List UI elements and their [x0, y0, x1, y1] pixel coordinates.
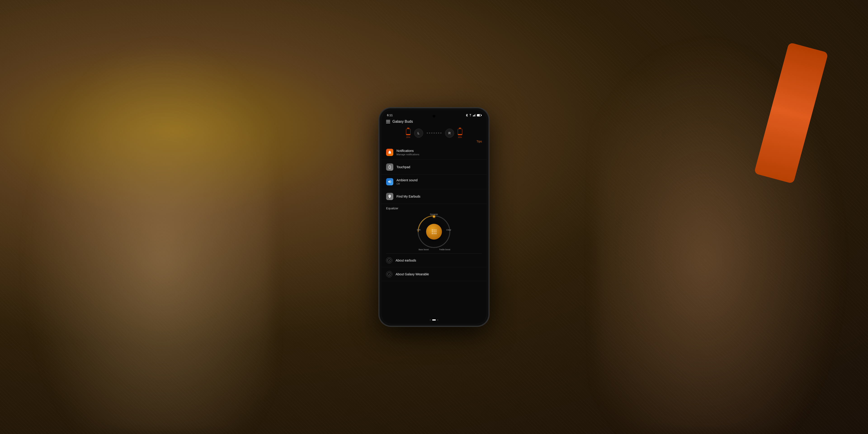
- menu-item-touchpad[interactable]: Touchpad: [381, 160, 487, 175]
- knob-dot-4: [432, 231, 433, 232]
- about-earbuds-title: About earbuds: [396, 258, 416, 262]
- dial-container[interactable]: Dynamic Soft Clear Bass boost Treble boo…: [416, 214, 452, 250]
- nav-dot-active: [432, 319, 436, 320]
- equalizer-title: Equalizer: [386, 207, 482, 210]
- battery-section: 15% L: [381, 125, 487, 139]
- left-battery-bar: [406, 129, 410, 135]
- about-galaxy-text: About Galaxy Wearable: [396, 272, 429, 276]
- find-svg: [388, 194, 392, 198]
- menu-item-ambient-sound[interactable]: Ambient sound Off: [381, 175, 487, 189]
- notifications-icon: [386, 149, 393, 156]
- about-galaxy-title: About Galaxy Wearable: [396, 272, 429, 276]
- dot-1: [427, 132, 428, 133]
- phone: 6:11: [380, 108, 488, 326]
- find-earbuds-icon: [386, 193, 393, 200]
- equalizer-knob[interactable]: [426, 224, 442, 240]
- knob-dot-3: [435, 229, 436, 230]
- label-soft: Soft: [417, 229, 421, 231]
- label-treble-boost: Treble boost: [439, 248, 450, 251]
- knob-dot-1: [432, 229, 433, 230]
- tips-link[interactable]: Tips: [381, 139, 487, 145]
- dot-7: [440, 132, 441, 133]
- menu-item-about-galaxy[interactable]: i About Galaxy Wearable: [381, 268, 487, 281]
- right-battery-fill: [458, 134, 462, 135]
- dot-5: [436, 132, 437, 133]
- nav-dot-1: [430, 319, 431, 320]
- touchpad-icon: [386, 163, 393, 170]
- menu-item-find-earbuds[interactable]: Find My Earbuds: [381, 189, 487, 204]
- hamburger-line-2: [386, 121, 390, 122]
- right-bud-label: R: [448, 131, 451, 135]
- svg-text:i: i: [389, 259, 390, 262]
- right-bud-circle: R: [445, 129, 454, 138]
- about-galaxy-icon: i: [386, 271, 393, 277]
- right-battery-bar: [458, 129, 462, 135]
- about-galaxy-circle: i: [386, 271, 392, 277]
- notifications-title: Notifications: [397, 149, 419, 153]
- dot-6: [438, 132, 439, 133]
- menu-item-about-earbuds[interactable]: i About earbuds: [381, 254, 487, 268]
- ambient-sound-title: Ambient sound: [397, 178, 417, 182]
- knob-dot-2: [434, 229, 435, 230]
- hand-left: [0, 0, 271, 434]
- knob-dot-5: [434, 231, 435, 232]
- info-circle-2-svg: i: [387, 272, 391, 276]
- bluetooth-icon: [466, 114, 468, 117]
- label-dynamic: Dynamic: [430, 213, 438, 215]
- ambient-sound-subtitle: Off: [397, 182, 417, 185]
- knob-dot-9: [435, 233, 436, 234]
- equalizer-section: Equalizer Dynamic: [381, 204, 487, 253]
- knob-dot-6: [435, 231, 436, 232]
- scroll-content[interactable]: 15% L: [381, 125, 487, 317]
- right-bud-percent: 15%: [458, 136, 462, 138]
- about-earbuds-circle: i: [386, 257, 392, 264]
- about-earbuds-icon: i: [386, 257, 393, 264]
- nav-dot-3: [437, 319, 438, 320]
- speaker-svg: [388, 180, 392, 184]
- hamburger-line-1: [386, 120, 390, 121]
- equalizer-dial[interactable]: Dynamic Soft Clear Bass boost Treble boo…: [386, 214, 482, 250]
- find-earbuds-text: Find My Earbuds: [397, 195, 421, 198]
- menu-item-notifications[interactable]: Notifications Manage notifications: [381, 145, 487, 160]
- app-title: Galaxy Buds: [393, 120, 413, 124]
- about-earbuds-text: About earbuds: [396, 258, 416, 262]
- left-bud-percent: 15%: [406, 136, 410, 138]
- dot-4: [434, 132, 435, 133]
- dot-2: [429, 132, 430, 133]
- touchpad-text: Touchpad: [397, 165, 410, 169]
- left-battery-tip: [407, 128, 409, 129]
- left-bud-item: 15%: [406, 128, 410, 138]
- right-bud-battery: [458, 128, 462, 135]
- knob-dot-8: [434, 233, 435, 234]
- left-battery-fill: [406, 134, 410, 135]
- find-earbuds-title: Find My Earbuds: [397, 195, 421, 198]
- hamburger-line-3: [386, 123, 390, 123]
- bell-svg: [388, 150, 392, 154]
- knob-dots: [430, 228, 438, 236]
- svg-rect-1: [473, 116, 473, 116]
- svg-rect-2: [474, 115, 474, 116]
- svg-rect-3: [474, 115, 475, 117]
- phone-wrapper: 6:11: [380, 108, 488, 326]
- dots-divider: [427, 132, 441, 133]
- hand-right: [597, 0, 868, 434]
- status-icons: [466, 114, 481, 117]
- svg-rect-4: [475, 114, 476, 116]
- left-bud-label: L: [417, 131, 420, 135]
- dial-indicator: [433, 215, 435, 218]
- left-bud-battery: [406, 128, 410, 135]
- nav-dots: [381, 317, 487, 324]
- wifi-icon: [469, 114, 472, 116]
- menu-button[interactable]: [386, 120, 390, 123]
- right-battery-tip: [459, 128, 461, 129]
- ambient-sound-icon: [386, 178, 393, 185]
- notifications-text: Notifications Manage notifications: [397, 149, 419, 156]
- touchpad-title: Touchpad: [397, 165, 410, 169]
- svg-text:i: i: [389, 273, 390, 276]
- notifications-subtitle: Manage notifications: [397, 153, 419, 156]
- bottom-padding: [381, 281, 487, 288]
- tips-text[interactable]: Tips: [476, 140, 482, 143]
- label-bass-boost: Bass boost: [418, 248, 429, 251]
- battery-status-icon: [477, 114, 481, 116]
- status-time: 6:11: [387, 114, 393, 117]
